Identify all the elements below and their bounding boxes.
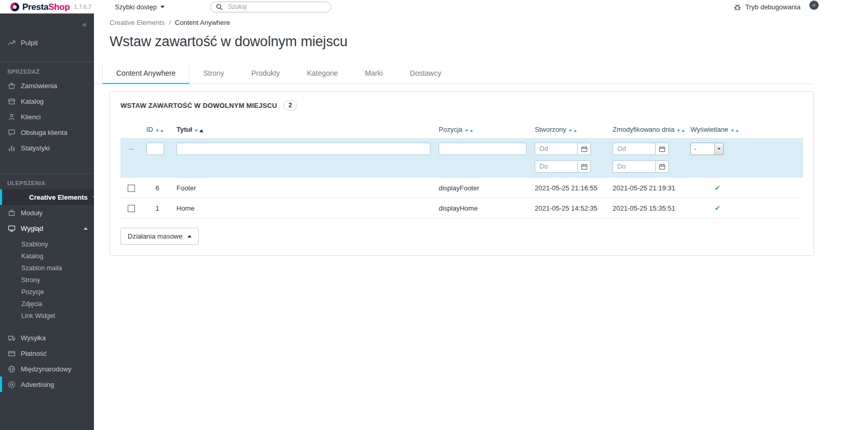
sidebar-item-label: Advertising: [21, 381, 54, 389]
sidebar-item-moduly[interactable]: Moduły: [0, 205, 94, 220]
page-title: Wstaw zawartość w dowolnym miejscu: [110, 34, 814, 50]
sidebar-item-label: Klienci: [21, 113, 40, 121]
main-content: Creative Elements/Content Anywhere Wstaw…: [94, 13, 814, 430]
store-icon: [7, 97, 16, 105]
select-value: -: [691, 143, 714, 155]
submenu-item-szablony[interactable]: Szablony: [0, 239, 94, 251]
tab-dostawcy[interactable]: Dostawcy: [396, 63, 455, 84]
cell-created: 2021-05-25 21:16:55: [531, 178, 608, 198]
sort-asc-icon[interactable]: [736, 130, 739, 132]
sort-desc-icon[interactable]: [156, 130, 159, 132]
header-pozycja[interactable]: Pozycja: [435, 121, 531, 138]
sort-desc-icon[interactable]: [195, 130, 198, 132]
cell-modified: 2021-05-25 21:19:31: [608, 178, 686, 198]
filter-created-from-group: [535, 143, 591, 155]
sidebar-bottom-group: Wysyłka Płatność Międzynarodowy Advertis…: [0, 330, 94, 392]
sort-desc-icon[interactable]: [731, 130, 734, 132]
sidebar-item-platnosc[interactable]: Płatność: [0, 345, 94, 361]
sort-asc-icon[interactable]: [160, 130, 164, 132]
filter-modified-to-input[interactable]: [613, 160, 655, 173]
calendar-icon: [581, 146, 588, 152]
header-tytul[interactable]: Tytuł: [172, 121, 435, 138]
displayed-check-icon[interactable]: ✔: [714, 204, 721, 212]
tab-strony[interactable]: Strony: [189, 63, 237, 84]
prestashop-logo[interactable]: PrestaShop 1.7.6.7: [0, 3, 110, 11]
panel-title: WSTAW ZAWARTOŚĆ W DOWOLNYM MIEJSCU: [120, 102, 277, 109]
submenu-item-strony[interactable]: Strony: [0, 274, 94, 286]
cell-position: displayFooter: [435, 178, 531, 198]
count-badge: 2: [283, 100, 297, 110]
sort-desc-icon[interactable]: [569, 130, 572, 132]
sort-asc-icon[interactable]: [470, 130, 473, 132]
cell-modified: 2021-05-25 15:35:51: [608, 198, 686, 218]
debug-mode-button[interactable]: Tryb debugowania: [734, 3, 801, 11]
sort-asc-icon[interactable]: [682, 130, 685, 132]
filter-position-input[interactable]: [439, 143, 526, 155]
cell-title: Home: [172, 198, 435, 218]
sidebar-item-wysylka[interactable]: Wysyłka: [0, 330, 94, 345]
caret-down-icon: [160, 6, 165, 8]
table-header-row: ID Tytuł Pozycja Stworzony Zmodyfikowano…: [120, 121, 803, 138]
calendar-button[interactable]: [577, 143, 591, 155]
tab-content-anywhere[interactable]: Content Anywhere: [102, 63, 189, 84]
sidebar-item-obsluga-klienta[interactable]: Obsługa klienta: [0, 124, 94, 140]
sidebar-item-statystyki[interactable]: Statystyki: [0, 140, 94, 156]
submenu-item-zdjecia[interactable]: Zdjęcia: [0, 298, 94, 310]
sort-asc-active-icon[interactable]: [199, 129, 204, 132]
sidebar-item-miedzynarodowy[interactable]: Międzynarodowy: [0, 361, 94, 377]
collapse-sidebar-button[interactable]: «: [83, 20, 87, 29]
sidebar-item-label: Creative Elements: [29, 193, 88, 201]
filter-created-to-input[interactable]: [535, 160, 577, 173]
filter-modified-to-group: [613, 160, 669, 173]
filter-id-input[interactable]: [146, 143, 164, 155]
header-filler: [749, 121, 803, 138]
filter-created-from-input[interactable]: [535, 143, 577, 155]
calendar-button[interactable]: [655, 160, 669, 173]
sidebar-item-zamowienia[interactable]: Zamówienia: [0, 78, 94, 93]
sidebar-item-advertising[interactable]: Advertising: [0, 377, 94, 392]
header-stworzony[interactable]: Stworzony: [531, 121, 608, 138]
cell-position: displayHome: [435, 198, 531, 218]
row-checkbox[interactable]: [128, 205, 135, 212]
bulk-actions-button[interactable]: Działania masowe: [120, 228, 199, 245]
filter-title-input[interactable]: [177, 143, 430, 155]
displayed-check-icon[interactable]: ✔: [714, 184, 721, 192]
filter-displayed-select[interactable]: -: [690, 143, 724, 155]
tab-kategorie[interactable]: Kategorie: [293, 63, 351, 84]
cell-created: 2021-05-25 14:52:35: [531, 198, 608, 218]
table-row[interactable]: 6 Footer displayFooter 2021-05-25 21:16:…: [120, 178, 803, 198]
calendar-icon: [581, 163, 588, 170]
header-id[interactable]: ID: [142, 121, 172, 138]
sidebar-item-creative-elements[interactable]: Creative Elements: [0, 189, 94, 205]
sidebar-item-pulpit[interactable]: Pulpit: [0, 35, 94, 50]
sidebar-item-wyglad[interactable]: Wygląd: [0, 220, 94, 236]
calendar-button[interactable]: [577, 160, 591, 173]
quick-access-dropdown[interactable]: Szybki dostęp: [110, 3, 170, 11]
sidebar-item-katalog[interactable]: Katalog: [0, 93, 94, 109]
row-checkbox[interactable]: [128, 185, 135, 192]
search-input[interactable]: [227, 3, 326, 11]
submenu-item-katalog[interactable]: Katalog: [0, 251, 94, 262]
cell-id: 6: [142, 178, 172, 198]
sidebar-item-klienci[interactable]: Klienci: [0, 109, 94, 124]
header-zmodyfikowano[interactable]: Zmodyfikowano dnia: [608, 121, 686, 138]
filter-modified-from-input[interactable]: [613, 143, 655, 155]
sidebar-item-label: Wysyłka: [21, 334, 46, 342]
sort-desc-icon[interactable]: [465, 130, 468, 132]
notification-icon[interactable]: [809, 1, 819, 10]
tab-bar: Content Anywhere Strony Produkty Kategor…: [94, 63, 814, 84]
sort-desc-icon[interactable]: [677, 130, 680, 132]
table-row[interactable]: 1 Home displayHome 2021-05-25 14:52:35 2…: [120, 198, 803, 218]
submenu-item-pozycje[interactable]: Pozycje: [0, 286, 94, 298]
breadcrumb-separator: /: [169, 19, 171, 26]
person-icon: [7, 113, 16, 121]
sort-asc-icon[interactable]: [574, 130, 577, 132]
breadcrumb-parent-link[interactable]: Creative Elements: [110, 19, 165, 26]
header-wyswietlane[interactable]: Wyświetlane: [686, 121, 749, 138]
sidebar-item-label: Moduły: [21, 209, 43, 217]
tab-marki[interactable]: Marki: [351, 63, 396, 84]
submenu-item-link-widget[interactable]: Link Widget: [0, 310, 94, 322]
tab-produkty[interactable]: Produkty: [238, 63, 293, 84]
calendar-button[interactable]: [655, 143, 669, 155]
submenu-item-szablon-maila[interactable]: Szablon maila: [0, 262, 94, 274]
